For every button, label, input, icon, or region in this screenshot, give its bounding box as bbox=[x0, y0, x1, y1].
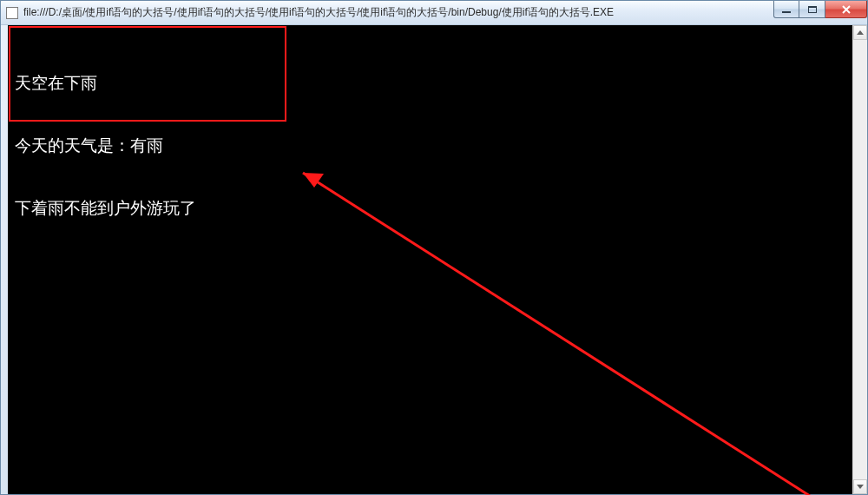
scroll-track[interactable] bbox=[853, 40, 867, 479]
vertical-scrollbar[interactable] bbox=[852, 25, 867, 494]
annotation-arrow bbox=[286, 151, 858, 495]
scroll-up-button[interactable] bbox=[853, 25, 867, 40]
close-icon bbox=[841, 5, 852, 14]
minimize-button[interactable] bbox=[773, 1, 799, 18]
svg-line-0 bbox=[303, 173, 841, 495]
titlebar[interactable]: file:///D:/桌面/使用if语句的大括号/使用if语句的大括号/使用if… bbox=[1, 1, 867, 25]
window-title: file:///D:/桌面/使用if语句的大括号/使用if语句的大括号/使用if… bbox=[23, 5, 864, 20]
console-client-area: 天空在下雨 今天的天气是：有雨 下着雨不能到户外游玩了 bbox=[8, 25, 867, 494]
minimize-icon bbox=[782, 11, 791, 13]
console-line: 天空在下雨 bbox=[15, 72, 196, 93]
console-output: 天空在下雨 今天的天气是：有雨 下着雨不能到户外游玩了 bbox=[15, 30, 196, 260]
app-icon bbox=[6, 7, 18, 19]
chevron-up-icon bbox=[857, 30, 864, 35]
scroll-down-button[interactable] bbox=[853, 479, 867, 494]
chevron-down-icon bbox=[857, 485, 864, 489]
svg-marker-1 bbox=[303, 173, 324, 188]
window-controls bbox=[773, 1, 867, 24]
window-frame: file:///D:/桌面/使用if语句的大括号/使用if语句的大括号/使用if… bbox=[0, 0, 868, 495]
console-line: 今天的天气是：有雨 bbox=[15, 135, 196, 155]
maximize-button[interactable] bbox=[799, 1, 825, 18]
maximize-icon bbox=[808, 6, 817, 13]
console-line: 下着雨不能到户外游玩了 bbox=[15, 197, 196, 218]
close-button[interactable] bbox=[825, 1, 867, 18]
